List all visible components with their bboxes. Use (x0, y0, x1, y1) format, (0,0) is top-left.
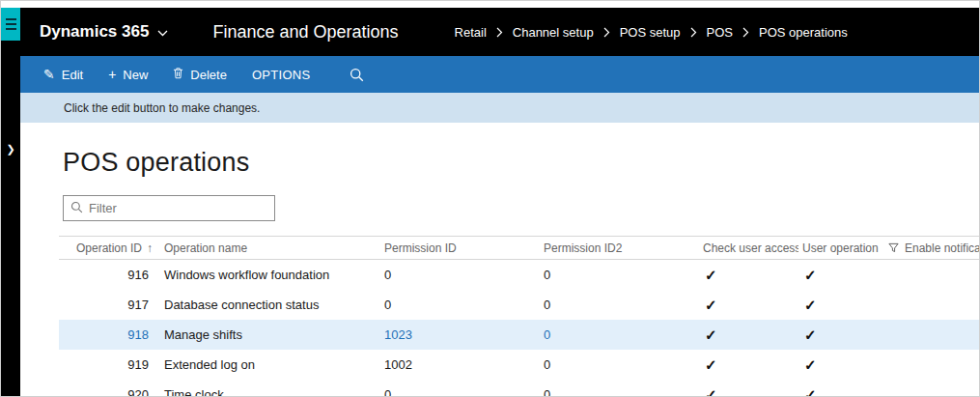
cell-operation-id[interactable]: 920 (59, 387, 160, 396)
options-menu[interactable]: OPTIONS (252, 68, 311, 82)
column-header-enable-notification[interactable]: Enable notificat (901, 241, 979, 255)
column-header-permission-id2[interactable]: Permission ID2 (540, 241, 699, 255)
checkmark-icon: ✓ (699, 386, 798, 397)
checkmark-icon: ✓ (699, 326, 798, 344)
cell-permission-id[interactable]: 0 (380, 387, 540, 396)
page-content: POS operations Operation ID ↑ Operation … (20, 123, 979, 396)
checkmark-icon: ✓ (699, 356, 798, 374)
filter-box (63, 195, 275, 221)
chevron-right-icon (603, 27, 610, 38)
chevron-down-icon (157, 22, 168, 42)
cell-permission-id2-link[interactable]: 0 (540, 327, 699, 342)
table-header-row: Operation ID ↑ Operation name Permission… (59, 236, 979, 260)
cell-permission-id2[interactable]: 0 (540, 357, 699, 372)
cell-permission-id[interactable]: 0 (380, 298, 540, 312)
sort-ascending-icon: ↑ (147, 241, 153, 255)
cell-operation-id[interactable]: 919 (59, 357, 160, 372)
product-name: Dynamics 365 (40, 22, 149, 42)
breadcrumb-item-pos[interactable]: POS (707, 25, 733, 40)
top-header-bar: Dynamics 365 Finance and Operations Reta… (20, 8, 979, 56)
breadcrumb: Retail Channel setup POS setup POS POS o… (455, 25, 848, 40)
column-header-user-operation[interactable]: User operation (798, 241, 901, 255)
column-header-operation-name[interactable]: Operation name (160, 241, 380, 255)
left-nav-strip: ❯ (1, 8, 20, 396)
table-row[interactable]: 920 Time clock 0 0 ✓ ✓ (59, 380, 979, 396)
cell-operation-name[interactable]: Database connection status (160, 298, 380, 312)
column-header-operation-id[interactable]: Operation ID ↑ (59, 241, 160, 255)
command-bar: ✎ Edit + New Delete OPTIONS (20, 56, 979, 93)
chevron-right-icon (690, 27, 697, 38)
pencil-icon: ✎ (43, 68, 55, 81)
cell-operation-name[interactable]: Extended log on (160, 357, 380, 372)
search-icon[interactable] (350, 68, 364, 82)
chevron-right-icon (496, 27, 503, 38)
filter-funnel-icon[interactable] (888, 242, 899, 253)
product-switcher[interactable]: Dynamics 365 (20, 22, 185, 42)
checkmark-icon: ✓ (798, 297, 901, 314)
checkmark-icon: ✓ (798, 326, 901, 344)
plus-icon: + (108, 68, 116, 81)
cell-permission-id[interactable]: 1002 (380, 357, 540, 372)
breadcrumb-item-pos-operations[interactable]: POS operations (759, 25, 848, 40)
cell-operation-name[interactable]: Manage shifts (160, 327, 380, 342)
checkmark-icon: ✓ (699, 297, 798, 314)
table-row[interactable]: 919 Extended log on 1002 0 ✓ ✓ (59, 350, 979, 380)
module-title[interactable]: Finance and Operations (185, 22, 427, 43)
cell-permission-id-link[interactable]: 1023 (380, 327, 540, 342)
search-icon (70, 200, 83, 217)
edit-button[interactable]: ✎ Edit (43, 68, 83, 82)
pos-operations-table: Operation ID ↑ Operation name Permission… (59, 236, 979, 396)
table-row-selected[interactable]: 918 Manage shifts 1023 0 ✓ ✓ (59, 320, 979, 350)
app-frame: ❯ Dynamics 365 Finance and Operations Re… (1, 1, 979, 396)
checkmark-icon: ✓ (798, 386, 901, 397)
cell-operation-name[interactable]: Windows workflow foundation (160, 268, 380, 282)
hamburger-menu-icon[interactable] (1, 8, 20, 41)
checkmark-icon: ✓ (798, 356, 901, 374)
main-column: Dynamics 365 Finance and Operations Reta… (20, 8, 979, 396)
checkmark-icon: ✓ (699, 267, 798, 284)
expand-sidebar-chevron-icon[interactable]: ❯ (6, 143, 14, 156)
message-bar-text: Click the edit button to make changes. (64, 101, 260, 115)
message-bar: Click the edit button to make changes. (20, 93, 979, 123)
column-header-check-user-access[interactable]: Check user access (699, 241, 798, 255)
checkmark-icon: ✓ (798, 267, 901, 284)
breadcrumb-item-channel-setup[interactable]: Channel setup (513, 25, 594, 40)
cell-permission-id2[interactable]: 0 (540, 268, 699, 282)
filter-input[interactable] (89, 196, 274, 220)
trash-icon (173, 67, 183, 82)
table-row[interactable]: 916 Windows workflow foundation 0 0 ✓ ✓ (59, 260, 979, 290)
new-button[interactable]: + New (108, 68, 148, 82)
column-header-permission-id[interactable]: Permission ID (380, 241, 540, 255)
cell-operation-id[interactable]: 917 (59, 298, 160, 312)
breadcrumb-item-retail[interactable]: Retail (455, 25, 487, 40)
chevron-right-icon (742, 27, 749, 38)
cell-operation-name[interactable]: Time clock (160, 387, 380, 396)
page-title: POS operations (63, 148, 979, 178)
cell-operation-id-link[interactable]: 918 (59, 327, 160, 342)
cell-permission-id2[interactable]: 0 (540, 387, 699, 396)
cell-permission-id[interactable]: 0 (380, 268, 540, 282)
breadcrumb-item-pos-setup[interactable]: POS setup (620, 25, 681, 40)
table-row[interactable]: 917 Database connection status 0 0 ✓ ✓ (59, 290, 979, 320)
cell-permission-id2[interactable]: 0 (540, 298, 699, 312)
delete-button[interactable]: Delete (173, 67, 227, 82)
cell-operation-id[interactable]: 916 (59, 268, 160, 282)
